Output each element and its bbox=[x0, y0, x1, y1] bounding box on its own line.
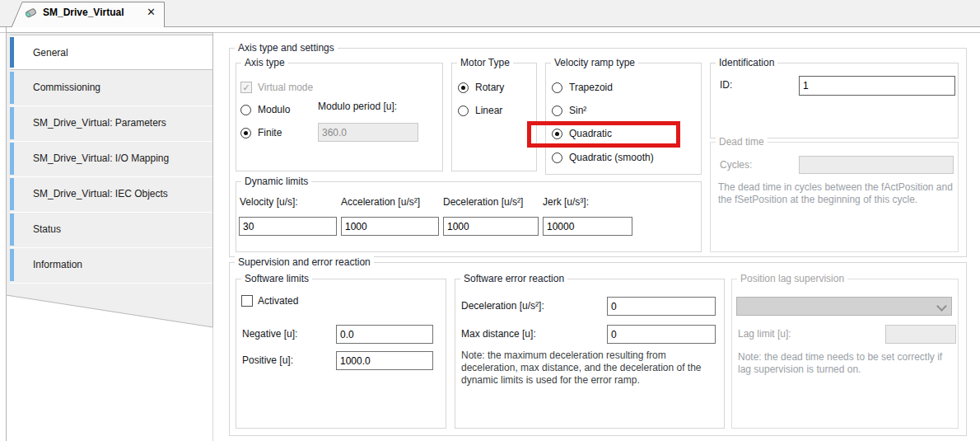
item-marker bbox=[10, 143, 14, 175]
sidebar-item-parameters[interactable]: SM_Drive_Virtual: Parameters bbox=[10, 106, 212, 142]
position-lag-dropdown bbox=[736, 297, 952, 316]
activated-label: Activated bbox=[258, 295, 298, 307]
virtual-mode-checkbox bbox=[240, 82, 252, 93]
jerk-label: Jerk [u/s³]: bbox=[543, 196, 589, 208]
sidebar-item-label: Status bbox=[33, 212, 61, 247]
group-title: Supervision and error reaction bbox=[235, 256, 374, 268]
sidebar-item-label: SM_Drive_Virtual: IEC Objects bbox=[33, 176, 168, 212]
negative-field[interactable] bbox=[336, 325, 433, 344]
sidebar-item-label: SM_Drive_Virtual: I/O Mapping bbox=[33, 141, 169, 176]
modulo-period-label: Modulo period [u]: bbox=[318, 101, 397, 112]
finite-label: Finite bbox=[258, 127, 282, 138]
group-title: Position lag supervision bbox=[737, 273, 847, 284]
cycles-label: Cycles: bbox=[720, 159, 752, 171]
sidebar-item-label: Information bbox=[33, 247, 82, 283]
lag-limit-field bbox=[885, 325, 956, 344]
lag-limit-label: Lag limit [u]: bbox=[738, 328, 791, 340]
positive-field[interactable] bbox=[336, 351, 433, 370]
group-axis-type: Axis type bbox=[236, 63, 443, 171]
drive-axis-icon bbox=[23, 6, 38, 21]
group-motor-type: Motor Type bbox=[451, 63, 537, 171]
trapezoid-radio[interactable] bbox=[552, 82, 562, 93]
virtual-mode-label: Virtual mode bbox=[258, 82, 313, 93]
tab-close-icon[interactable]: ✕ bbox=[147, 6, 156, 18]
group-title: Axis type and settings bbox=[235, 42, 338, 54]
jerk-field[interactable] bbox=[543, 217, 632, 236]
editor-window: SM_Drive_Virtual ✕ General Commissioning… bbox=[0, 0, 980, 441]
positive-label: Positive [u]: bbox=[242, 354, 293, 366]
item-marker bbox=[10, 249, 14, 281]
group-title: Software error reaction bbox=[460, 273, 567, 284]
deceleration-field[interactable] bbox=[443, 217, 539, 236]
sidebar-item-label: Commissioning bbox=[33, 70, 100, 106]
item-marker bbox=[10, 178, 14, 210]
tab-title[interactable]: SM_Drive_Virtual bbox=[43, 7, 124, 18]
sin2-radio[interactable] bbox=[552, 106, 562, 116]
highlight-annotation-box bbox=[527, 121, 680, 148]
group-title: Velocity ramp type bbox=[551, 57, 638, 68]
sidebar-item-general[interactable]: General bbox=[10, 35, 212, 70]
sidebar-item-status[interactable]: Status bbox=[10, 212, 212, 248]
group-title: Identification bbox=[716, 57, 777, 68]
sidebar-item-io-mapping[interactable]: SM_Drive_Virtual: I/O Mapping bbox=[10, 141, 212, 177]
item-marker bbox=[10, 107, 14, 139]
acceleration-field[interactable] bbox=[341, 217, 439, 236]
group-title: Axis type bbox=[241, 57, 288, 68]
rotary-radio[interactable] bbox=[458, 82, 469, 93]
group-title: Dead time bbox=[716, 136, 768, 148]
error-deceleration-field[interactable] bbox=[607, 297, 716, 316]
trapezoid-label: Trapezoid bbox=[569, 82, 613, 93]
modulo-radio[interactable] bbox=[240, 105, 251, 115]
quadratic-smooth-label: Quadratic (smooth) bbox=[569, 152, 654, 163]
linear-radio[interactable] bbox=[458, 106, 469, 116]
sidebar-item-label: SM_Drive_Virtual: Parameters bbox=[33, 106, 166, 141]
activated-checkbox[interactable] bbox=[241, 295, 253, 307]
item-marker bbox=[10, 213, 14, 246]
position-lag-note: Note: the dead time needs to be set corr… bbox=[738, 351, 957, 376]
deceleration-label: Deceleration [u/s²] bbox=[443, 196, 523, 208]
item-marker bbox=[10, 72, 14, 104]
max-distance-field[interactable] bbox=[607, 325, 716, 344]
sidebar-item-iec-objects[interactable]: SM_Drive_Virtual: IEC Objects bbox=[10, 176, 212, 213]
acceleration-label: Acceleration [u/s²] bbox=[341, 196, 420, 208]
linear-label: Linear bbox=[475, 105, 502, 116]
finite-radio[interactable] bbox=[240, 128, 251, 138]
velocity-field[interactable] bbox=[239, 217, 337, 236]
id-field[interactable] bbox=[799, 76, 955, 96]
group-title: Dynamic limits bbox=[241, 176, 311, 187]
chevron-down-icon bbox=[936, 301, 947, 312]
id-label: ID: bbox=[720, 79, 732, 91]
group-title: Software limits bbox=[241, 273, 312, 284]
quadratic-smooth-radio[interactable] bbox=[552, 152, 562, 163]
selected-marker bbox=[10, 37, 14, 68]
group-title: Motor Type bbox=[457, 57, 513, 68]
max-distance-label: Max distance [u]: bbox=[461, 328, 536, 340]
sidebar-item-commissioning[interactable]: Commissioning bbox=[10, 70, 212, 106]
modulo-period-field bbox=[318, 123, 418, 142]
sidebar-item-label: General bbox=[33, 35, 68, 71]
error-deceleration-label: Deceleration [u/s²]: bbox=[461, 300, 544, 312]
software-error-note: Note: the maximum deceleration resulting… bbox=[461, 350, 713, 387]
rotary-label: Rotary bbox=[475, 82, 504, 93]
sidebar-item-information[interactable]: Information bbox=[10, 247, 212, 284]
cycles-field bbox=[799, 156, 954, 174]
group-identification: Identification bbox=[710, 63, 959, 138]
modulo-label: Modulo bbox=[258, 104, 290, 115]
dead-time-note: The dead time in cycles between the fAct… bbox=[718, 181, 955, 206]
velocity-label: Velocity [u/s]: bbox=[240, 196, 298, 208]
negative-label: Negative [u]: bbox=[242, 328, 297, 340]
sin2-label: Sin² bbox=[569, 105, 586, 116]
